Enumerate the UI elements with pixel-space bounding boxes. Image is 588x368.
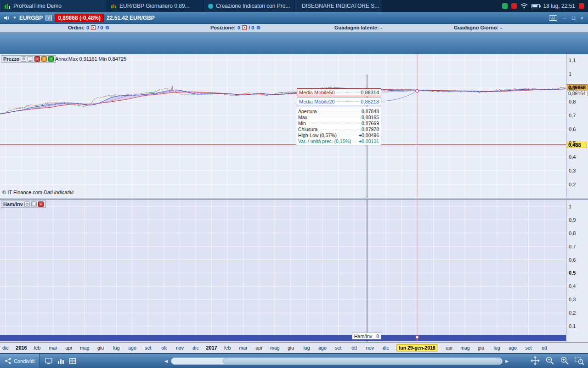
time-axis-label: 2017 — [206, 345, 217, 351]
table-icon[interactable] — [69, 357, 76, 365]
zoom-in-icon[interactable] — [560, 356, 570, 366]
price-ytick: 0,7 — [569, 113, 576, 118]
time-axis[interactable]: lun 29-gen-2018 dic2016febmaraprmaggiulu… — [0, 342, 588, 353]
price-ytick: 0,2 — [569, 182, 576, 187]
ma20-value: 0,88218 — [361, 99, 379, 104]
open-label: Apertura — [298, 109, 317, 114]
scroll-left-icon[interactable]: ◀ — [164, 359, 168, 363]
time-axis-label: lug — [303, 345, 310, 351]
orders-label: Ordini: — [68, 25, 85, 30]
day-pl-value: - — [500, 25, 502, 30]
keyboard-icon[interactable] — [549, 15, 557, 21]
time-scrollbar[interactable] — [171, 357, 503, 365]
time-axis-label: mar — [49, 345, 57, 351]
day-pl-group: Guadagno Giorno: - — [454, 25, 502, 30]
taskbar-tab-creazione-label: Creazione Indicatori con Pro... — [216, 3, 290, 9]
taskbar-tab-disegnare[interactable]: DISEGNARE INDICATORE S... — [295, 0, 382, 12]
hami-ytick: 0,3 — [569, 297, 576, 302]
time-axis-label: set — [525, 345, 531, 351]
price-move-icon[interactable]: ↑ — [48, 56, 54, 62]
price-panel[interactable]: 0,89868 0,89164 0,488 1,110,90,80,70,60,… — [0, 54, 588, 198]
ma20-tooltip: Media Mobile20 0,88218 — [297, 98, 381, 105]
price-ytick: 1,1 — [569, 58, 576, 63]
indicator-icon[interactable] — [57, 357, 64, 365]
price-close-icon[interactable]: × — [34, 56, 40, 62]
position-label: Posizione: — [210, 25, 236, 30]
taskbar-tab-chart[interactable]: EUR/GBP Giornaliero 0,89... — [107, 0, 204, 12]
time-axis-label: giu — [288, 345, 294, 351]
hami-panel-title: Ham/Inv — [3, 201, 23, 207]
zoom-area-icon[interactable] — [574, 356, 584, 366]
highlow-label: High-Low (0,57%) — [298, 132, 337, 138]
symbol-name[interactable]: EURGBP — [19, 15, 43, 21]
hami-panel[interactable]: 10,90,80,70,60,50,40,30,20,1 Ham/Inv ⚙ ❏… — [0, 200, 588, 342]
maximize-button[interactable]: □ — [572, 15, 575, 21]
price-y-axis[interactable]: 0,89868 0,89164 0,488 1,110,90,80,70,60,… — [566, 54, 588, 198]
time-axis-label: mag — [80, 345, 89, 351]
hami-settings-icon[interactable]: ⚙ — [24, 201, 30, 207]
highlow-value: +0,00496 — [359, 132, 379, 138]
second-price-tag: 0,89164 — [567, 90, 588, 96]
time-axis-label: giu — [97, 345, 104, 351]
price-detach-icon[interactable]: ❏ — [28, 56, 33, 62]
taskbar-tab-creazione[interactable]: Creazione Indicatori con Pro... — [204, 0, 295, 12]
hami-close-icon[interactable]: × — [38, 201, 44, 207]
clock[interactable]: 18 lug, 22:51 — [543, 3, 575, 9]
orders-settings-icon[interactable]: ⚙ — [105, 25, 109, 30]
bottom-bar: Condividi ◀ ▶ — [0, 353, 588, 368]
ma50-leader — [337, 92, 359, 92]
symbol-bar: ▼ EURGBP i 0,89868 (-0,48%) 22.51.42 EUR… — [0, 12, 588, 24]
creazione-icon — [208, 4, 213, 9]
time-axis-label: mag — [460, 345, 469, 351]
hami-ytick: 0,2 — [569, 310, 576, 316]
symbol-dropdown-icon[interactable]: ▼ — [13, 16, 17, 20]
info-button[interactable]: i — [45, 15, 52, 21]
hami-chart[interactable] — [0, 200, 566, 342]
hami-ytick: 0,1 — [569, 323, 576, 329]
hami-ytick: 1 — [569, 204, 571, 209]
price-panel-header: Prezzo ⚙ ❏ × + ↑ — [1, 55, 56, 63]
power-icon[interactable] — [579, 3, 584, 9]
pan-icon[interactable] — [530, 356, 540, 366]
zoom-controls — [530, 356, 584, 366]
close-button[interactable]: × — [581, 15, 583, 21]
unrealized-pl-value: - — [381, 25, 383, 30]
minimize-button[interactable]: ─ — [563, 15, 566, 21]
wifi-icon[interactable] — [520, 3, 528, 9]
share-button[interactable]: Condividi — [0, 354, 40, 368]
zoom-out-icon[interactable] — [545, 356, 555, 366]
hami-y-axis[interactable]: 10,90,80,70,60,50,40,30,20,1 — [566, 200, 588, 342]
time-axis-label: ott — [351, 345, 357, 351]
cancel-orders-icon[interactable]: × — [91, 25, 96, 30]
close-label: Chiusura — [298, 126, 317, 132]
prorealtime-window: ProRealTime Demo EUR/GBP Giornaliero 0,8… — [0, 0, 588, 368]
position-settings-icon[interactable]: ⚙ — [256, 25, 260, 30]
tray-app-icon[interactable] — [502, 3, 508, 9]
speaker-icon[interactable] — [4, 15, 10, 21]
time-axis-label: nov — [366, 345, 374, 351]
taskbar-spacer — [382, 0, 498, 12]
orders-status-row: Ordini: 0 × / 0 ⚙ Posizione: 0 × / 0 ⚙ G… — [0, 24, 588, 32]
price-settings-icon[interactable]: ⚙ — [21, 56, 26, 62]
day-pl-label: Guadagno Giorno: — [454, 25, 498, 30]
tray-record-icon[interactable] — [511, 3, 517, 9]
close-position-icon[interactable]: × — [242, 25, 247, 30]
copyright-label: © IT-Finance.com Dati indicativi — [2, 190, 74, 195]
open-value: 0,87848 — [362, 109, 379, 114]
taskbar-tab-chart-label: EUR/GBP Giornaliero 0,89... — [119, 3, 190, 9]
taskbar-app-button[interactable]: ProRealTime Demo — [0, 0, 107, 12]
screenshot-icon[interactable] — [45, 357, 52, 365]
year-range-label: Anno:Max 0,91161 Min 0,84725 — [55, 56, 126, 62]
price-ytick: 0,6 — [569, 126, 576, 132]
scroll-right-icon[interactable]: ▶ — [505, 359, 509, 363]
time-axis-label: lug — [493, 345, 500, 351]
hami-detach-icon[interactable]: ❏ — [31, 201, 37, 207]
unrealized-pl-label: Guadagno latente: — [334, 25, 379, 30]
price-add-icon[interactable]: + — [41, 56, 47, 62]
time-scrollbar-thumb[interactable] — [223, 358, 501, 364]
orders-count2: / 0 — [97, 25, 103, 30]
time-axis-label: lug — [113, 345, 119, 351]
share-label: Condividi — [14, 358, 34, 364]
price-ytick: 0,4 — [569, 154, 576, 160]
price-chart[interactable] — [0, 54, 566, 198]
